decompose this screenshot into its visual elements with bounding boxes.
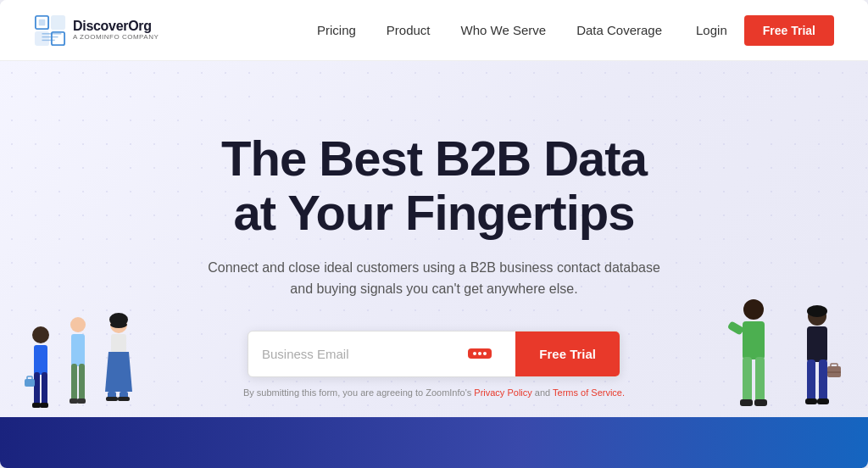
page-wrapper: DiscoverOrg A ZoomInfo Company Pricing P… xyxy=(0,0,868,468)
nav-link-who-we-serve[interactable]: Who We Serve xyxy=(461,23,547,37)
form-disclaimer: By submitting this form, you are agreein… xyxy=(197,387,671,398)
figure-left-3 xyxy=(100,311,137,421)
svg-point-22 xyxy=(110,316,127,333)
figure-left-2 xyxy=(61,311,95,421)
navbar: DiscoverOrg A ZoomInfo Company Pricing P… xyxy=(0,0,868,61)
svg-rect-14 xyxy=(25,379,35,387)
logo-text: DiscoverOrg A ZoomInfo Company xyxy=(73,19,159,41)
hero-title-line2: at Your Fingertips xyxy=(234,185,635,240)
svg-rect-13 xyxy=(40,403,48,408)
terms-of-service-link[interactable]: Terms of Service. xyxy=(553,387,625,398)
svg-rect-29 xyxy=(118,397,130,401)
privacy-policy-link[interactable]: Privacy Policy xyxy=(474,387,531,398)
nav-link-pricing[interactable]: Pricing xyxy=(317,23,356,37)
svg-rect-40 xyxy=(807,359,815,402)
dot-1 xyxy=(473,352,476,355)
svg-rect-11 xyxy=(42,372,47,406)
svg-rect-20 xyxy=(70,398,78,404)
hero-free-trial-button[interactable]: Free Trial xyxy=(515,332,620,376)
svg-rect-41 xyxy=(819,359,827,402)
svg-rect-28 xyxy=(106,397,118,401)
nav-actions: Login Free Trial xyxy=(696,15,834,46)
logo: DiscoverOrg A ZoomInfo Company xyxy=(34,14,159,47)
dot-3 xyxy=(483,352,487,355)
hero-title: The Best B2B Data at Your Fingertips xyxy=(197,131,671,240)
svg-rect-35 xyxy=(754,399,767,406)
svg-rect-12 xyxy=(32,403,41,408)
svg-rect-2 xyxy=(52,15,64,28)
svg-point-24 xyxy=(110,321,127,328)
hero-content: The Best B2B Data at Your Fingertips Con… xyxy=(180,131,688,398)
disclaimer-text: By submitting this form, you are agreein… xyxy=(243,387,471,398)
chat-dots-icon xyxy=(468,348,492,359)
svg-point-38 xyxy=(807,305,827,317)
svg-rect-42 xyxy=(805,398,817,404)
svg-rect-15 xyxy=(27,376,32,380)
nav-link-product[interactable]: Product xyxy=(387,23,431,37)
svg-point-8 xyxy=(32,326,49,343)
svg-rect-17 xyxy=(71,334,85,366)
svg-rect-45 xyxy=(831,364,837,368)
nav-free-trial-button[interactable]: Free Trial xyxy=(744,15,834,46)
svg-rect-25 xyxy=(111,334,126,353)
svg-rect-19 xyxy=(79,364,85,402)
svg-rect-43 xyxy=(817,398,829,404)
email-input[interactable] xyxy=(262,347,468,361)
logo-sub-text: A ZoomInfo Company xyxy=(73,34,159,42)
hero-title-line1: The Best B2B Data xyxy=(221,131,647,186)
email-form: Free Trial xyxy=(248,331,620,377)
nav-links: Pricing Product Who We Serve Data Covera… xyxy=(317,23,662,37)
nav-link-data-coverage[interactable]: Data Coverage xyxy=(576,23,662,37)
svg-rect-31 xyxy=(743,321,765,359)
svg-rect-39 xyxy=(807,326,827,362)
hero-section: The Best B2B Data at Your Fingertips Con… xyxy=(0,61,868,468)
email-input-area xyxy=(248,332,515,376)
figure-right-2 xyxy=(792,303,843,421)
svg-rect-10 xyxy=(34,372,40,406)
svg-rect-32 xyxy=(743,357,752,404)
login-button[interactable]: Login xyxy=(696,23,727,37)
hero-subtitle: Connect and close ideal customers using … xyxy=(197,257,671,300)
svg-rect-33 xyxy=(755,357,765,404)
svg-rect-9 xyxy=(34,345,47,375)
svg-point-16 xyxy=(70,317,86,332)
figure-right-1 xyxy=(724,294,783,421)
chat-icon-area xyxy=(468,348,502,359)
svg-rect-1 xyxy=(39,19,46,25)
dot-2 xyxy=(478,352,481,355)
svg-point-23 xyxy=(109,313,128,326)
logo-brand-name: DiscoverOrg xyxy=(73,19,159,34)
figure-left-1 xyxy=(24,320,58,421)
bottom-bar xyxy=(0,417,868,468)
svg-rect-27 xyxy=(120,392,128,400)
svg-point-37 xyxy=(808,307,826,326)
logo-icon xyxy=(34,14,66,47)
svg-rect-34 xyxy=(740,399,753,406)
svg-rect-18 xyxy=(71,364,77,402)
svg-rect-26 xyxy=(108,392,116,400)
svg-rect-36 xyxy=(727,320,745,336)
svg-rect-21 xyxy=(77,398,86,404)
svg-rect-44 xyxy=(827,366,841,377)
and-text: and xyxy=(535,387,550,398)
svg-point-30 xyxy=(743,299,764,320)
